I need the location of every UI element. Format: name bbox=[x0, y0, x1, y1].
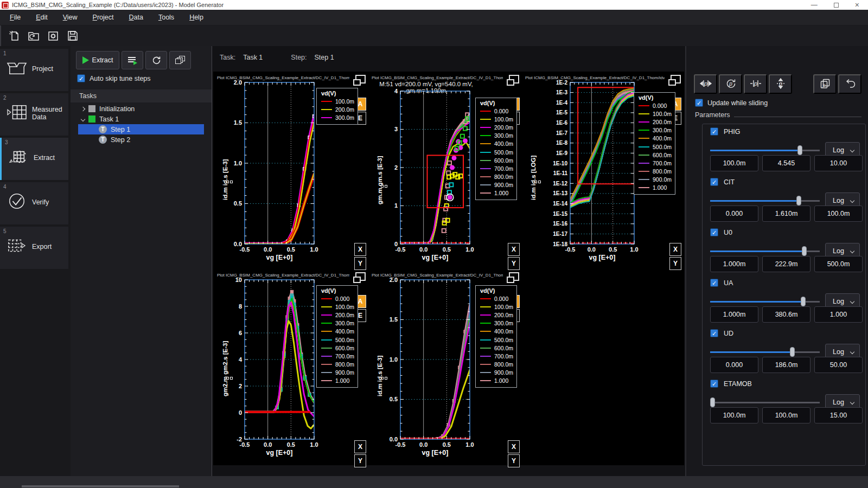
parameter-slider[interactable] bbox=[710, 246, 820, 256]
center-parameter-button[interactable]: p bbox=[744, 74, 767, 94]
max-value-field[interactable] bbox=[814, 357, 863, 373]
restore-window-icon[interactable] bbox=[355, 75, 366, 84]
tree-item-task-1[interactable]: Task 1 bbox=[78, 114, 204, 124]
parameter-slider[interactable] bbox=[710, 347, 820, 357]
save-button[interactable] bbox=[64, 28, 81, 44]
legend-label: 600.0m bbox=[653, 152, 672, 158]
duplicate-view-button[interactable] bbox=[169, 51, 191, 69]
undo-button[interactable] bbox=[838, 74, 861, 94]
y-axis-button[interactable]: Y bbox=[508, 257, 520, 270]
open-project-button[interactable] bbox=[25, 28, 42, 44]
run-list-button[interactable] bbox=[122, 51, 143, 69]
parameter-slider[interactable] bbox=[710, 297, 820, 306]
project-settings-button[interactable] bbox=[44, 28, 62, 44]
max-value-field[interactable] bbox=[814, 155, 863, 171]
parameter-checkbox[interactable]: ✓ bbox=[710, 127, 718, 136]
menu-help[interactable]: Help bbox=[182, 10, 211, 24]
min-value-field[interactable] bbox=[710, 407, 758, 423]
reset-parameter-button[interactable]: p bbox=[719, 74, 742, 94]
fit-y-parameter-button[interactable]: p bbox=[769, 74, 792, 94]
current-value-field[interactable] bbox=[762, 256, 810, 272]
minimize-icon[interactable]: — bbox=[811, 2, 818, 8]
new-project-button[interactable] bbox=[5, 28, 23, 44]
current-value-field[interactable] bbox=[762, 155, 810, 171]
sidebar-item-measured-data[interactable]: 2Measured Data bbox=[0, 93, 68, 136]
min-value-field[interactable] bbox=[710, 306, 758, 323]
chevron-right-icon[interactable] bbox=[81, 106, 85, 111]
min-value-field[interactable] bbox=[710, 256, 758, 272]
slider-handle[interactable] bbox=[801, 297, 806, 306]
plot-canvas[interactable]: 0.00.51.01.52.0-0.50.00.51.0vg [E+0] bbox=[373, 272, 475, 458]
svg-text:1.5: 1.5 bbox=[390, 316, 398, 323]
restore-window-icon[interactable] bbox=[671, 75, 681, 84]
parameter-name: U0 bbox=[724, 229, 732, 236]
slider-handle[interactable] bbox=[802, 246, 807, 256]
slider-handle[interactable] bbox=[710, 397, 715, 407]
sidebar-item-export[interactable]: 5Export bbox=[0, 227, 68, 269]
sidebar-item-project[interactable]: 1Project bbox=[0, 49, 68, 91]
tree-item-step-2[interactable]: TStep 2 bbox=[78, 134, 204, 145]
max-value-field[interactable] bbox=[814, 407, 863, 423]
auto-skip-checkbox[interactable]: ✓ bbox=[77, 74, 85, 82]
x-axis-button[interactable]: X bbox=[669, 243, 681, 256]
slider-handle[interactable] bbox=[790, 347, 795, 357]
max-value-field[interactable] bbox=[814, 256, 863, 272]
maximize-icon[interactable] bbox=[834, 3, 839, 8]
menu-view[interactable]: View bbox=[55, 10, 85, 24]
restore-window-icon[interactable] bbox=[509, 272, 519, 281]
tree-item-initialization[interactable]: Initialization bbox=[78, 104, 204, 114]
restore-window-icon[interactable] bbox=[355, 272, 366, 281]
menu-file[interactable]: File bbox=[2, 10, 28, 24]
current-value-field[interactable] bbox=[762, 206, 810, 222]
y-axis-button[interactable]: Y bbox=[669, 257, 681, 270]
horizontal-scrollbar[interactable] bbox=[22, 485, 179, 487]
svg-text:1E-12: 1E-12 bbox=[553, 181, 567, 187]
chevron-down-icon[interactable] bbox=[81, 117, 85, 121]
slider-handle[interactable] bbox=[796, 196, 801, 206]
parameter-checkbox[interactable]: ✓ bbox=[710, 178, 718, 186]
parameter-checkbox[interactable]: ✓ bbox=[710, 228, 718, 236]
plot-canvas[interactable]: 1E-21E-31E-41E-51E-61E-71E-81E-91E-101E-… bbox=[527, 75, 640, 262]
sidebar-item-verify[interactable]: 4Verify bbox=[0, 182, 68, 224]
refresh-tasks-button[interactable] bbox=[145, 51, 167, 69]
plot-canvas[interactable]: 0.00.51.01.52.0-0.50.00.51.0vg [E+0] bbox=[219, 75, 320, 262]
current-value-field[interactable] bbox=[762, 407, 810, 423]
parameter-slider[interactable] bbox=[710, 145, 820, 155]
x-axis-button[interactable]: X bbox=[508, 243, 520, 256]
fit-x-parameter-button[interactable]: p bbox=[694, 74, 717, 94]
extract-run-button[interactable]: Extract bbox=[76, 51, 119, 69]
max-value-field[interactable] bbox=[814, 206, 863, 222]
y-axis-button[interactable]: Y bbox=[508, 454, 520, 467]
legend-label: 100.0m bbox=[335, 304, 354, 310]
parameter-slider[interactable] bbox=[710, 397, 820, 407]
sidebar-item-extract[interactable]: 3Extract bbox=[0, 138, 68, 180]
parameter-slider[interactable] bbox=[710, 196, 820, 206]
menu-edit[interactable]: Edit bbox=[28, 10, 55, 24]
y-axis-button[interactable]: Y bbox=[354, 454, 366, 467]
slider-handle[interactable] bbox=[797, 145, 802, 155]
parameter-checkbox[interactable]: ✓ bbox=[710, 329, 718, 337]
copy-parameters-button[interactable]: p bbox=[813, 74, 837, 94]
menu-project[interactable]: Project bbox=[85, 10, 122, 24]
x-axis-button[interactable]: X bbox=[354, 243, 366, 256]
plot-canvas[interactable]: 01234-0.50.00.51.0vg [E+0] bbox=[373, 75, 475, 262]
plot-canvas[interactable]: -20246810-0.50.00.51.0vg [E+0] bbox=[219, 272, 320, 458]
legend-label: 200.0m bbox=[653, 119, 672, 125]
current-value-field[interactable] bbox=[762, 306, 810, 323]
min-value-field[interactable] bbox=[710, 206, 758, 222]
parameter-checkbox[interactable]: ✓ bbox=[710, 279, 718, 287]
close-icon[interactable]: × bbox=[855, 2, 859, 8]
restore-window-icon[interactable] bbox=[509, 75, 519, 84]
tree-item-step-1[interactable]: TStep 1 bbox=[78, 124, 204, 134]
max-value-field[interactable] bbox=[814, 306, 863, 323]
menu-tools[interactable]: Tools bbox=[151, 10, 182, 24]
x-axis-button[interactable]: X bbox=[354, 440, 366, 453]
y-axis-button[interactable]: Y bbox=[354, 257, 366, 270]
min-value-field[interactable] bbox=[710, 357, 758, 373]
parameter-checkbox[interactable]: ✓ bbox=[710, 380, 718, 388]
current-value-field[interactable] bbox=[762, 357, 810, 373]
min-value-field[interactable] bbox=[710, 155, 758, 171]
update-while-sliding-checkbox[interactable]: ✓ bbox=[695, 99, 703, 107]
x-axis-button[interactable]: X bbox=[508, 440, 520, 453]
menu-data[interactable]: Data bbox=[122, 10, 151, 24]
